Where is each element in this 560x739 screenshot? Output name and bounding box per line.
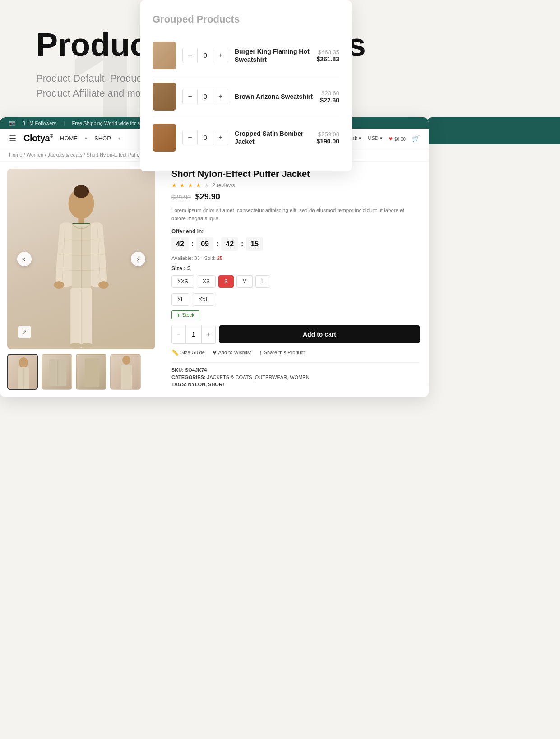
grouped-item-2-qty-control[interactable]: − 0 +: [182, 89, 228, 104]
heart-icon: ♥: [213, 349, 217, 356]
ruler-icon: 📏: [171, 349, 179, 356]
size-xxl[interactable]: XXL: [193, 293, 215, 306]
grouped-item-2-decrement[interactable]: −: [183, 89, 197, 104]
thumbnail-4[interactable]: [110, 354, 141, 390]
countdown-sep-1: :: [191, 240, 194, 248]
thumbnail-2[interactable]: [42, 354, 72, 390]
wishlist-link[interactable]: ♥ Add to Wishlist: [213, 349, 251, 356]
grouped-item-1-original-price: $468.35: [316, 49, 339, 55]
product-meta: SKU: SO4JK74 Categories: JACKETS & COATS…: [171, 362, 420, 387]
grouped-item-1: − 0 + Burger King Flaming Hot Sweatshirt…: [153, 35, 339, 76]
star-1: ★: [171, 182, 177, 189]
star-2: ★: [180, 182, 185, 189]
svg-point-9: [98, 281, 109, 289]
grouped-item-3-sale-price: $190.00: [316, 138, 339, 145]
grouped-item-1-increment[interactable]: +: [213, 48, 228, 63]
cart-icon[interactable]: 🛒: [412, 135, 420, 142]
price-row: $39.90 $29.90: [171, 192, 420, 202]
grouped-item-3-original-price: $259.00: [316, 131, 339, 138]
grouped-item-1-image: [153, 42, 176, 69]
currency-selector[interactable]: USD ▾: [368, 135, 382, 141]
separator: |: [64, 120, 65, 126]
size-xl[interactable]: XL: [171, 293, 190, 306]
shipping-text: Free Shipping World wide for all ord: [72, 120, 151, 126]
categories-link[interactable]: JACKETS & COATS, OUTERWEAR, WOMEN: [207, 374, 310, 380]
grouped-item-3-decrement[interactable]: −: [183, 130, 197, 145]
star-4: ★: [196, 182, 201, 189]
size-l[interactable]: L: [255, 275, 270, 288]
countdown-sep-2: :: [216, 240, 218, 248]
share-link[interactable]: ↑ Share this Product: [259, 349, 305, 356]
grouped-item-3-image: [153, 124, 176, 152]
grouped-item-2: − 0 + Brown Arizona Sweatshirt $28.60 $2…: [153, 76, 339, 117]
countdown: 42 : 09 : 42 : 15: [171, 237, 420, 251]
grouped-item-1-name: Burger King Flaming Hot Sweatshirt: [235, 47, 310, 64]
product-description: Lorem ipsum dolor sit amet, consectetur …: [171, 206, 420, 223]
countdown-sep-3: :: [241, 240, 243, 248]
grouped-item-3-increment[interactable]: +: [213, 130, 228, 145]
thumbnail-3[interactable]: [76, 354, 106, 390]
categories-row: Categories: JACKETS & COATS, OUTERWEAR, …: [171, 374, 420, 380]
grouped-item-1-qty: 0: [197, 48, 213, 63]
instagram-icon: 📷: [9, 120, 15, 126]
grouped-item-1-info: Burger King Flaming Hot Sweatshirt: [235, 47, 310, 64]
grouped-item-2-original-price: $28.60: [320, 90, 339, 97]
sold-count: 25: [217, 255, 222, 261]
nav-home-chevron: ▾: [85, 136, 87, 141]
svg-rect-21: [121, 365, 132, 390]
size-options: XXS XS S M L XL XXL: [171, 275, 420, 306]
sku-row: SKU: SO4JK74: [171, 367, 420, 373]
followers-count: 3.1M Followers: [23, 120, 56, 126]
gallery-prev-arrow[interactable]: ‹: [17, 252, 32, 266]
svg-point-1: [74, 185, 89, 198]
gallery-next-arrow[interactable]: ›: [131, 252, 145, 266]
grouped-item-1-qty-control[interactable]: − 0 +: [182, 48, 228, 63]
svg-point-20: [122, 356, 130, 365]
nav-shop[interactable]: SHOP: [94, 135, 111, 142]
action-links: 📏 Size Guide ♥ Add to Wishlist ↑ Share t…: [171, 349, 420, 356]
hamburger-icon[interactable]: ☰: [9, 134, 16, 143]
svg-point-14: [19, 357, 28, 368]
wishlist-icon[interactable]: ♥ $0.00: [389, 135, 406, 142]
qty-display: 1: [185, 325, 202, 343]
grouped-item-3: − 0 + Cropped Satin Bomber Jacket $259.0…: [153, 117, 339, 158]
size-guide-link[interactable]: 📏 Size Guide: [171, 349, 205, 356]
topbar-right-partial: [427, 117, 560, 144]
grouped-item-2-info: Brown Arizona Sweatshirt: [235, 92, 314, 101]
add-to-cart-button[interactable]: Add to cart: [219, 325, 420, 343]
grouped-item-2-sale-price: $22.60: [320, 97, 339, 104]
nav-home[interactable]: HOME: [60, 135, 78, 142]
grouped-item-3-name: Cropped Satin Bomber Jacket: [235, 129, 310, 146]
thumbnail-row: [7, 354, 155, 390]
grouped-item-3-qty-control[interactable]: − 0 +: [182, 130, 228, 145]
grouped-item-3-qty: 0: [197, 130, 213, 145]
grouped-item-3-info: Cropped Satin Bomber Jacket: [235, 129, 310, 146]
countdown-hours: 42: [171, 237, 189, 251]
product-details: Short Nylon-Effect Puffer Jacket ★ ★ ★ ★…: [162, 162, 429, 397]
nav-shop-chevron: ▾: [118, 136, 120, 141]
quantity-stepper[interactable]: − 1 +: [171, 325, 216, 344]
product-gallery: ‹ › ⤢: [0, 162, 162, 397]
qty-increase[interactable]: +: [202, 325, 215, 343]
thumbnail-1[interactable]: [7, 354, 38, 390]
size-xs[interactable]: XS: [197, 275, 216, 288]
size-s[interactable]: S: [218, 275, 234, 288]
grouped-item-3-prices: $259.00 $190.00: [316, 131, 339, 145]
tags-row: tags: nylon, short: [171, 382, 420, 387]
grouped-item-2-name: Brown Arizona Sweatshirt: [235, 92, 314, 101]
size-xxs[interactable]: XXS: [171, 275, 194, 288]
offer-label: Offer end in:: [171, 228, 420, 235]
svg-point-12: [69, 343, 82, 349]
grouped-item-2-qty: 0: [197, 89, 213, 104]
store-logo[interactable]: Clotya®: [23, 133, 53, 143]
size-m[interactable]: M: [236, 275, 253, 288]
stock-badge: In Stock: [171, 310, 199, 319]
grouped-item-1-prices: $468.35 $261.83: [316, 49, 339, 63]
grouped-item-1-decrement[interactable]: −: [183, 48, 197, 63]
svg-point-13: [81, 343, 93, 349]
grouped-item-2-increment[interactable]: +: [213, 89, 228, 104]
qty-decrease[interactable]: −: [172, 325, 185, 343]
store-nav-left: ☰ Clotya® HOME ▾ SHOP ▾: [9, 133, 120, 143]
expand-button[interactable]: ⤢: [18, 326, 31, 338]
grouped-products-card: Grouped Products − 0 + Burger King Flami…: [140, 0, 352, 171]
